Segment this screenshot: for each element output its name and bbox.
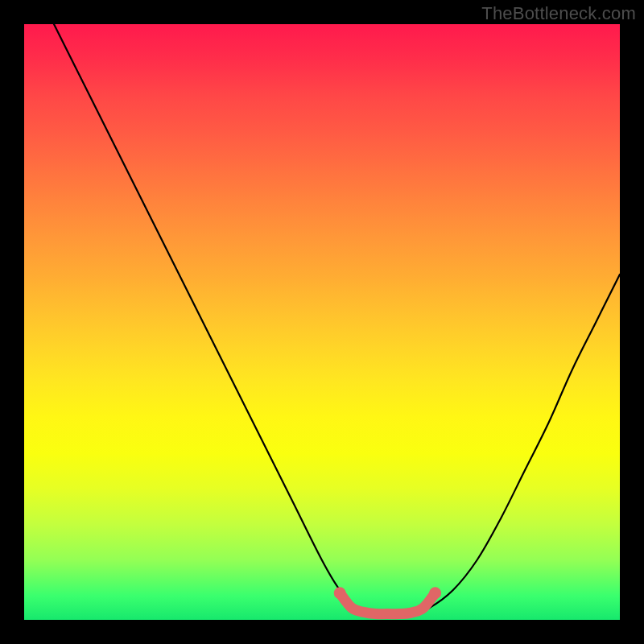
marker-endcap — [429, 587, 441, 599]
marker-endcap — [334, 587, 346, 599]
chart-frame: TheBottleneck.com — [0, 0, 644, 644]
chart-svg — [24, 24, 620, 620]
marker-band — [334, 587, 441, 614]
marker-stroke — [340, 593, 435, 614]
curve-line — [54, 24, 620, 614]
watermark-text: TheBottleneck.com — [481, 3, 636, 24]
